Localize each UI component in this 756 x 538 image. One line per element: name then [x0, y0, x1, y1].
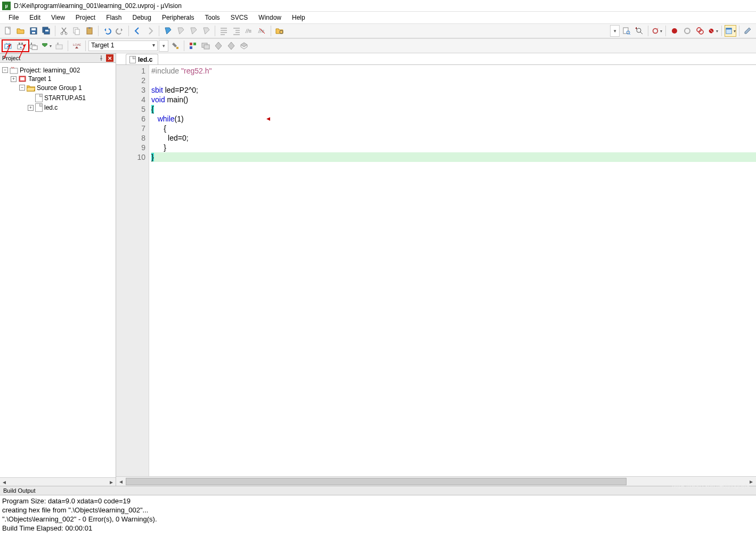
project-tree[interactable]: − Project: learning_002 + Target 1 − [0, 63, 116, 477]
select-packs-button[interactable] [225, 40, 237, 52]
bookmark-prev-button[interactable] [175, 25, 186, 37]
scroll-right-icon[interactable]: ▸ [107, 478, 116, 486]
nav-forward-button[interactable] [144, 25, 156, 37]
svg-rect-35 [57, 43, 59, 45]
project-pane-title: Project [2, 55, 20, 61]
paste-button[interactable] [84, 25, 95, 37]
menu-edit[interactable]: Edit [24, 13, 46, 22]
configure-button[interactable] [742, 25, 754, 37]
manage-rtos-button[interactable] [213, 40, 224, 52]
breakpoint-insert-button[interactable] [669, 25, 680, 37]
manage-project-button[interactable] [187, 40, 199, 52]
target-options-button[interactable] [169, 40, 181, 52]
new-file-button[interactable] [2, 25, 14, 37]
pin-icon[interactable] [97, 54, 105, 62]
download-button[interactable]: LOAD [71, 40, 83, 52]
expand-icon[interactable]: − [2, 67, 8, 73]
bookmark-toggle-button[interactable] [162, 25, 174, 37]
redo-button[interactable] [114, 25, 126, 37]
code-body[interactable]: ◂ #include "reg52.h"sbit led=P2^0;void m… [149, 65, 756, 476]
menu-file[interactable]: File [3, 13, 24, 22]
file-icon [35, 103, 43, 112]
expand-icon[interactable]: + [28, 105, 34, 111]
expand-icon[interactable]: − [19, 85, 25, 91]
editor-tab-ledc[interactable]: led.c [126, 54, 158, 64]
menu-view[interactable]: View [46, 13, 70, 22]
project-pane-header: Project ✕ [0, 53, 116, 63]
bookmark-next-button[interactable] [188, 25, 199, 37]
batch-build-button[interactable] [40, 40, 52, 52]
scroll-thumb[interactable] [126, 478, 627, 485]
separator [55, 26, 55, 36]
pack-installer-button[interactable] [238, 40, 250, 52]
svg-rect-26 [726, 28, 732, 30]
menu-help[interactable]: Help [287, 13, 311, 22]
tree-group[interactable]: − Source Group 1 [19, 84, 82, 92]
svg-rect-6 [45, 30, 48, 31]
close-pane-button[interactable]: ✕ [106, 54, 113, 62]
svg-rect-33 [31, 43, 32, 45]
breakpoint-kill-all-button[interactable] [707, 25, 719, 37]
nav-back-button[interactable] [132, 25, 143, 37]
menu-svcs[interactable]: SVCS [225, 13, 254, 22]
menu-project[interactable]: Project [70, 13, 101, 22]
breakpoint-disable-all-button[interactable] [694, 25, 706, 37]
code-editor[interactable]: 12345678910 ◂ #include "reg52.h"sbit led… [116, 65, 756, 476]
open-file-button[interactable] [15, 25, 27, 37]
indent-left-button[interactable] [218, 25, 230, 37]
undo-button[interactable] [101, 25, 113, 37]
translate-button[interactable] [2, 40, 14, 52]
project-hscroll[interactable]: ◂ ▸ [0, 477, 116, 486]
toolbar-main: //≡ //≡ ▾ [0, 23, 756, 38]
copy-button[interactable] [71, 25, 83, 37]
separator [271, 26, 271, 36]
tree-file-ledc[interactable]: + led.c [28, 103, 58, 112]
svg-rect-3 [32, 32, 35, 34]
scroll-right-icon[interactable]: ▸ [746, 478, 756, 485]
multi-project-button[interactable] [200, 40, 212, 52]
editor-hscroll[interactable]: ◂ ▸ [116, 476, 756, 486]
menu-peripherals[interactable]: Peripherals [157, 13, 200, 22]
rebuild-button[interactable] [28, 40, 39, 52]
expand-icon[interactable]: + [11, 76, 17, 82]
save-all-button[interactable] [40, 25, 52, 37]
uncomment-button[interactable]: //≡ [256, 25, 268, 37]
stop-build-button[interactable] [53, 40, 65, 52]
separator [128, 26, 129, 36]
build-button[interactable] [15, 40, 27, 52]
tree-file-label: led.c [44, 104, 58, 111]
separator [159, 26, 159, 36]
indent-right-button[interactable] [231, 25, 242, 37]
tree-target[interactable]: + Target 1 [11, 75, 51, 83]
find-in-files-button[interactable] [274, 25, 286, 37]
comment-button[interactable]: //≡ [243, 25, 255, 37]
target-select[interactable]: Target 1 [88, 40, 158, 51]
svg-rect-10 [75, 29, 79, 35]
menu-debug[interactable]: Debug [127, 13, 157, 22]
debug-session-button[interactable] [651, 25, 663, 37]
main-split: Project ✕ − Project: learning_002 + Targ… [0, 53, 756, 486]
incremental-find-button[interactable] [633, 25, 645, 37]
menu-window[interactable]: Window [253, 13, 287, 22]
target-dropdown-button[interactable]: ▾ [159, 40, 168, 52]
file-icon [35, 94, 43, 102]
separator [665, 26, 666, 36]
find-button[interactable] [621, 25, 632, 37]
cut-button[interactable] [58, 25, 70, 37]
tree-root[interactable]: − Project: learning_002 [2, 67, 80, 74]
bookmark-clear-button[interactable] [200, 25, 212, 37]
breakpoint-disable-button[interactable] [681, 25, 693, 37]
menu-flash[interactable]: Flash [101, 13, 127, 22]
tree-root-label: Project: learning_002 [20, 67, 80, 74]
scroll-left-icon[interactable]: ◂ [0, 478, 9, 486]
window-layout-button[interactable] [725, 25, 736, 37]
save-button[interactable] [28, 25, 39, 37]
svg-rect-12 [88, 27, 91, 29]
menu-tools[interactable]: Tools [200, 13, 225, 22]
editor-pane: led.c 12345678910 ◂ #include "reg52.h"sb… [116, 53, 756, 486]
tree-file-startup[interactable]: STARTUP.A51 [28, 94, 86, 102]
scroll-left-icon[interactable]: ◂ [116, 478, 126, 485]
combo-dropdown[interactable]: ▾ [610, 25, 620, 37]
folder-open-icon [27, 84, 35, 92]
build-output[interactable]: Program Size: data=9.0 xdata=0 code=19cr… [0, 495, 756, 538]
